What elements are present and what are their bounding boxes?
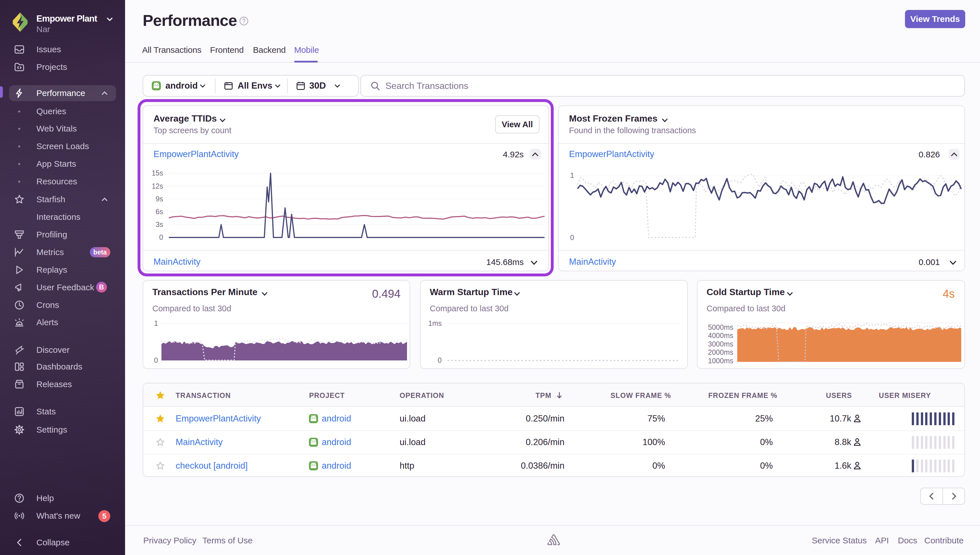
svg-text:12s: 12s — [152, 182, 163, 190]
svg-text:9s: 9s — [156, 195, 163, 203]
svg-text:1000ms: 1000ms — [708, 357, 733, 365]
svg-text:3s: 3s — [156, 220, 163, 228]
svg-text:4000ms: 4000ms — [708, 332, 733, 339]
svg-text:5000ms: 5000ms — [708, 323, 733, 331]
svg-text:2000ms: 2000ms — [708, 348, 733, 356]
svg-text:1: 1 — [570, 171, 574, 179]
svg-text:3000ms: 3000ms — [708, 340, 733, 348]
svg-text:0: 0 — [438, 356, 442, 364]
svg-text:1ms: 1ms — [428, 319, 442, 327]
svg-text:6s: 6s — [156, 208, 163, 216]
svg-text:0: 0 — [159, 233, 163, 241]
svg-text:0: 0 — [570, 234, 574, 241]
svg-text:1: 1 — [154, 319, 158, 327]
svg-text:0: 0 — [154, 356, 158, 364]
svg-text:15s: 15s — [152, 169, 163, 177]
